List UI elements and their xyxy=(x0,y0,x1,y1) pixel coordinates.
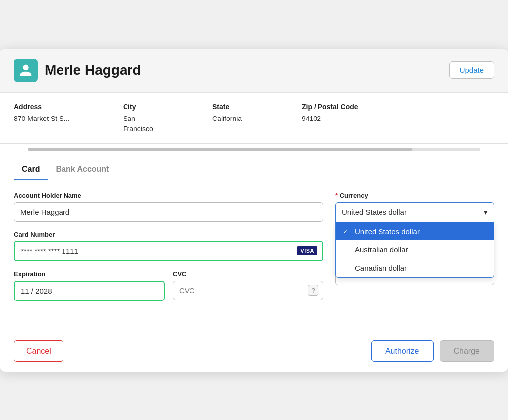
update-button[interactable]: Update xyxy=(449,61,494,79)
currency-option-usd-label: United States dollar xyxy=(355,227,420,236)
required-star: * xyxy=(335,192,338,199)
expiry-label: Expiration xyxy=(14,270,165,278)
action-buttons: Authorize Charge xyxy=(371,340,494,362)
visa-badge: VISA xyxy=(297,246,318,255)
currency-selected-value: United States dollar xyxy=(342,208,407,216)
header-left: Merle Haggard xyxy=(14,59,141,82)
cvc-label: CVC xyxy=(173,270,323,278)
currency-option-cad-label: Canadian dollar xyxy=(355,264,407,272)
form-right: * Currency United States dollar ▾ ✓ Unit… xyxy=(335,192,494,285)
scroll-bar xyxy=(28,148,480,151)
account-holder-label: Account Holder Name xyxy=(14,192,323,199)
cvc-input[interactable] xyxy=(173,281,323,300)
expiry-input[interactable] xyxy=(14,281,165,301)
cvc-help-icon[interactable]: ? xyxy=(308,285,318,296)
city-label: City xyxy=(123,103,212,111)
expiry-group: Expiration xyxy=(14,270,165,301)
tab-card[interactable]: Card xyxy=(14,161,48,180)
authorize-button[interactable]: Authorize xyxy=(371,340,434,362)
expiry-cvc-row: Expiration CVC ? xyxy=(14,270,323,310)
city-value: SanFrancisco xyxy=(123,114,212,134)
currency-option-aud[interactable]: Australian dollar xyxy=(336,240,494,259)
card-number-group: Card Number VISA xyxy=(14,231,323,261)
address-grid: Address 870 Market St S... City SanFranc… xyxy=(14,103,494,134)
address-col: Address 870 Market St S... xyxy=(14,103,123,134)
zip-col: Zip / Postal Code 94102 xyxy=(302,103,494,134)
address-section: Address 870 Market St S... City SanFranc… xyxy=(0,93,508,144)
currency-option-usd[interactable]: ✓ United States dollar xyxy=(336,222,494,240)
footer-divider xyxy=(14,326,494,326)
customer-name: Merle Haggard xyxy=(45,62,141,78)
header-section: Merle Haggard Update xyxy=(0,49,508,93)
cancel-button[interactable]: Cancel xyxy=(14,340,64,362)
footer-section: Cancel Authorize Charge xyxy=(0,330,508,372)
scroll-thumb xyxy=(28,148,412,151)
address-label: Address xyxy=(14,103,123,111)
currency-dropdown: United States dollar ▾ ✓ United States d… xyxy=(335,202,494,222)
card-number-label: Card Number xyxy=(14,231,323,238)
check-icon: ✓ xyxy=(343,228,351,235)
currency-option-aud-label: Australian dollar xyxy=(355,245,408,254)
zip-label: Zip / Postal Code xyxy=(302,103,494,111)
tabs: Card Bank Account xyxy=(14,161,494,180)
cvc-wrapper: ? xyxy=(173,281,323,300)
currency-options-list: ✓ United States dollar Australian dollar… xyxy=(335,222,494,278)
payment-modal: Merle Haggard Update Address 870 Market … xyxy=(0,49,508,372)
city-col: City SanFrancisco xyxy=(123,103,212,134)
card-number-input[interactable] xyxy=(14,241,323,261)
currency-select-trigger[interactable]: United States dollar ▾ xyxy=(335,202,494,222)
address-value: 870 Market St S... xyxy=(14,114,123,124)
charge-button: Charge xyxy=(440,340,494,362)
tab-bank-account[interactable]: Bank Account xyxy=(48,161,117,180)
state-label: State xyxy=(212,103,302,111)
account-holder-group: Account Holder Name xyxy=(14,192,323,222)
card-number-wrapper: VISA xyxy=(14,241,323,261)
avatar xyxy=(14,59,38,82)
state-col: State California xyxy=(212,103,302,134)
form-row: Account Holder Name Card Number VISA Exp… xyxy=(14,192,494,310)
form-left: Account Holder Name Card Number VISA Exp… xyxy=(14,192,323,310)
state-value: California xyxy=(212,114,302,124)
form-section: Account Holder Name Card Number VISA Exp… xyxy=(0,180,508,322)
account-holder-input[interactable] xyxy=(14,202,323,222)
chevron-down-icon: ▾ xyxy=(484,208,488,217)
currency-group: * Currency United States dollar ▾ ✓ Unit… xyxy=(335,192,494,222)
currency-option-cad[interactable]: Canadian dollar xyxy=(336,259,494,277)
currency-label: * Currency xyxy=(335,192,494,199)
zip-value: 94102 xyxy=(302,114,494,124)
tabs-section: Card Bank Account xyxy=(0,151,508,180)
cvc-group: CVC ? xyxy=(173,270,323,301)
user-icon xyxy=(19,63,33,77)
